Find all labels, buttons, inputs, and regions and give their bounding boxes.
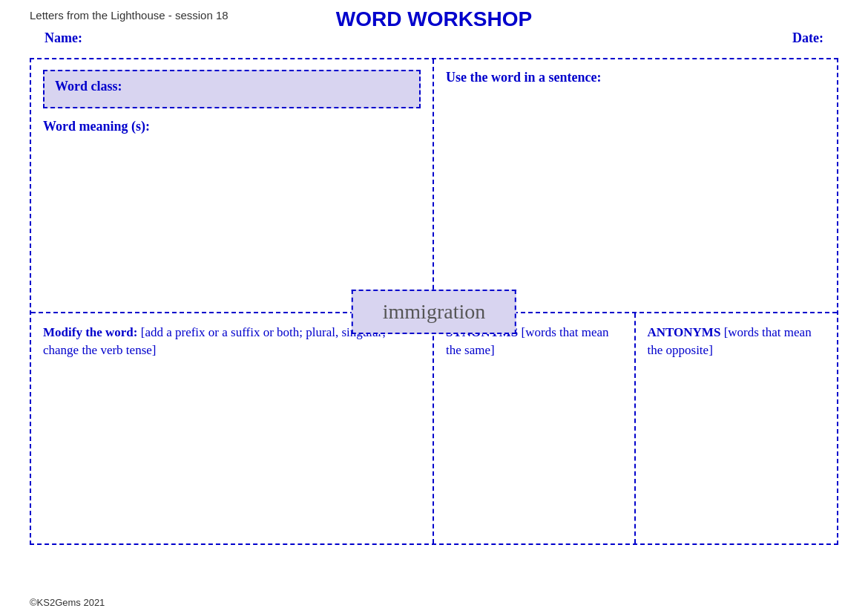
date-label: Date: — [792, 30, 823, 46]
word-class-box: Word class: — [43, 70, 421, 108]
synonyms-panel: SYNONYMS [words that mean the same] — [434, 313, 636, 543]
modify-bold-text: Modify the word: — [43, 325, 137, 339]
antonyms-label: ANTONYMS [words that mean the opposite] — [648, 324, 826, 359]
word-meaning-label: Word meaning (s): — [43, 119, 421, 134]
session-title: Letters from the Lighthouse - session 18 — [30, 9, 228, 22]
name-label: Name: — [45, 30, 82, 46]
copyright-text: ©KS2Gems 2021 — [30, 597, 105, 608]
center-word-box: immigration — [352, 290, 516, 334]
right-panel: Use the word in a sentence: — [434, 59, 837, 312]
bottom-section: Modify the word: [add a prefix or a suff… — [31, 313, 837, 543]
use-sentence-label: Use the word in a sentence: — [446, 70, 825, 85]
antonyms-panel: ANTONYMS [words that mean the opposite] — [636, 313, 838, 543]
top-section: Word class: Word meaning (s): Use the wo… — [31, 59, 837, 313]
antonyms-bold-text: ANTONYMS — [648, 325, 721, 339]
page-header: Letters from the Lighthouse - session 18… — [0, 0, 868, 22]
left-panel: Word class: Word meaning (s): — [31, 59, 434, 312]
word-class-label: Word class: — [55, 79, 122, 94]
center-word-container: immigration — [352, 290, 516, 334]
main-worksheet: Word class: Word meaning (s): Use the wo… — [30, 58, 838, 545]
main-title: WORD WORKSHOP — [336, 7, 532, 31]
footer-copyright: ©KS2Gems 2021 — [30, 597, 105, 608]
modify-panel: Modify the word: [add a prefix or a suff… — [31, 313, 434, 543]
